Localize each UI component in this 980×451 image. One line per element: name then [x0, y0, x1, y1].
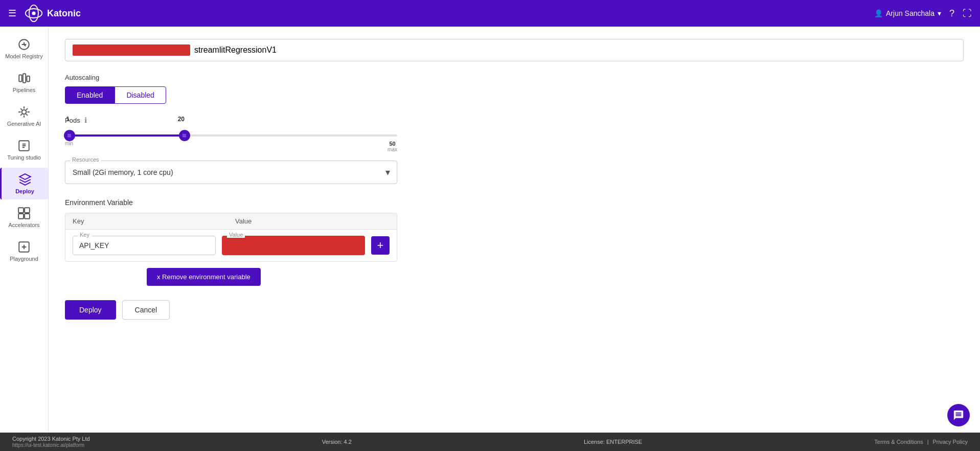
- sidebar-item-tuning-studio[interactable]: Tuning studio: [0, 134, 48, 166]
- sidebar-item-generative-ai[interactable]: Generative AI: [0, 100, 48, 132]
- sidebar-label-playground: Playground: [10, 256, 38, 262]
- navbar-left: ☰ Katonic: [8, 4, 81, 22]
- footer-left: Copyright 2023 Katonic Pty Ltd https://u…: [12, 436, 90, 448]
- hamburger-icon[interactable]: ☰: [8, 8, 16, 19]
- sidebar-item-deploy[interactable]: Deploy: [0, 168, 48, 199]
- env-section-title: Environment Variable: [65, 198, 964, 207]
- footer-terms-link[interactable]: Terms & Conditions: [874, 439, 923, 445]
- env-header-key: Key: [73, 217, 227, 225]
- sidebar-label-accelerators: Accelerators: [8, 222, 39, 228]
- action-row: Deploy Cancel: [65, 300, 964, 320]
- pods-slider: 1 20 min 50 max: [65, 134, 397, 146]
- app-name-row: streamlitRegressionV1: [65, 39, 964, 61]
- help-icon[interactable]: ?: [949, 8, 954, 19]
- svg-rect-9: [18, 208, 24, 213]
- autoscaling-toggle: Enabled Disabled: [65, 86, 964, 104]
- sidebar-label-generative-ai: Generative AI: [7, 121, 41, 127]
- slider-thumb-min[interactable]: 1: [64, 130, 75, 141]
- footer-version: Version: 4.2: [322, 439, 352, 445]
- resources-group: Resources Small (2Gi memory, 1 core cpu)…: [65, 161, 397, 184]
- navbar-right: 👤 Arjun Sanchala ▾ ? ⛶: [874, 8, 972, 19]
- env-key-field: Key: [73, 236, 216, 255]
- main-layout: Model Registry Pipelines Generative AI: [0, 27, 980, 433]
- footer-license: License: ENTERPRISE: [584, 439, 642, 445]
- sidebar-item-pipelines[interactable]: Pipelines: [0, 66, 48, 98]
- generative-ai-icon: [17, 105, 31, 119]
- slider-min-sub: min: [65, 141, 73, 146]
- cancel-button[interactable]: Cancel: [122, 300, 170, 320]
- slider-label-end: 50 max: [388, 141, 397, 152]
- svg-rect-5: [23, 74, 26, 82]
- chevron-down-icon: ▾: [938, 9, 941, 17]
- user-menu[interactable]: 👤 Arjun Sanchala ▾: [874, 9, 941, 17]
- slider-min-value: 1: [66, 116, 70, 123]
- deploy-button[interactable]: Deploy: [65, 300, 116, 320]
- env-header-val: Value: [227, 217, 390, 225]
- user-avatar-icon: 👤: [874, 9, 883, 17]
- env-key-label: Key: [78, 232, 92, 238]
- sidebar-label-pipelines: Pipelines: [13, 87, 36, 93]
- env-value-field: Value: [222, 236, 365, 255]
- footer-url: https://ui-test.katonic.ai/platform: [12, 442, 84, 448]
- resources-label: Resources: [70, 156, 101, 163]
- env-row: Key Value +: [65, 230, 397, 261]
- model-registry-icon: [17, 38, 31, 51]
- accelerators-icon: [17, 207, 31, 220]
- slider-thumb-max[interactable]: 20: [179, 130, 190, 141]
- footer: Copyright 2023 Katonic Pty Ltd https://u…: [0, 433, 980, 451]
- resources-select[interactable]: Small (2Gi memory, 1 core cpu): [65, 161, 397, 184]
- footer-divider: |: [927, 439, 929, 445]
- autoscaling-label: Autoscaling: [65, 74, 964, 81]
- svg-rect-11: [18, 214, 24, 219]
- slider-labels: min 50 max: [65, 141, 397, 146]
- pods-row: Pods ℹ: [65, 116, 964, 124]
- sidebar-label-model-registry: Model Registry: [5, 53, 42, 59]
- chat-bubble-button[interactable]: [947, 404, 970, 426]
- sidebar-item-accelerators[interactable]: Accelerators: [0, 201, 48, 233]
- app-name-text: streamlitRegressionV1: [194, 46, 277, 55]
- env-value-label: Value: [227, 232, 245, 238]
- sidebar-label-deploy: Deploy: [15, 188, 34, 194]
- chat-icon: [953, 410, 964, 421]
- pods-help-icon[interactable]: ℹ: [84, 116, 87, 124]
- navbar: ☰ Katonic 👤 Arjun Sanchala ▾ ? ⛶: [0, 0, 980, 27]
- remove-env-button[interactable]: x Remove environment variable: [147, 268, 261, 286]
- svg-rect-6: [27, 76, 29, 82]
- sidebar-label-tuning-studio: Tuning studio: [7, 154, 41, 161]
- footer-links: Terms & Conditions | Privacy Policy: [874, 439, 968, 445]
- katonic-logo-icon: [25, 4, 43, 22]
- slider-end-val: 50: [389, 141, 395, 147]
- slider-end-sub: max: [388, 147, 397, 152]
- footer-privacy-link[interactable]: Privacy Policy: [933, 439, 968, 445]
- sidebar-item-model-registry[interactable]: Model Registry: [0, 33, 48, 64]
- enabled-button[interactable]: Enabled: [65, 86, 115, 104]
- app-name-redacted: [73, 44, 190, 56]
- pipelines-icon: [17, 72, 31, 85]
- slider-fill: [65, 134, 185, 137]
- content-area: streamlitRegressionV1 Autoscaling Enable…: [49, 27, 980, 433]
- add-env-button[interactable]: +: [371, 236, 390, 255]
- env-table-header: Key Value: [65, 213, 397, 230]
- svg-rect-12: [25, 214, 30, 219]
- footer-copyright: Copyright 2023 Katonic Pty Ltd: [12, 436, 90, 442]
- svg-point-7: [22, 110, 27, 115]
- env-key-input[interactable]: [73, 236, 216, 255]
- svg-rect-10: [25, 208, 30, 213]
- navbar-logo: Katonic: [25, 4, 81, 22]
- user-name: Arjun Sanchala: [886, 9, 935, 17]
- disabled-button[interactable]: Disabled: [115, 86, 166, 104]
- svg-rect-4: [19, 75, 21, 82]
- tuning-studio-icon: [17, 139, 31, 152]
- expand-icon[interactable]: ⛶: [963, 8, 972, 19]
- deploy-icon: [18, 173, 32, 186]
- playground-icon: [17, 240, 31, 254]
- slider-max-value: 20: [178, 116, 185, 123]
- slider-label-min: min: [65, 141, 73, 146]
- slider-track: 1 20: [65, 134, 397, 137]
- svg-point-2: [32, 11, 35, 15]
- sidebar: Model Registry Pipelines Generative AI: [0, 27, 49, 433]
- logo-text: Katonic: [47, 8, 81, 19]
- env-value-redacted[interactable]: [222, 236, 365, 255]
- sidebar-item-playground[interactable]: Playground: [0, 235, 48, 267]
- env-table: Key Value Key Value +: [65, 213, 397, 262]
